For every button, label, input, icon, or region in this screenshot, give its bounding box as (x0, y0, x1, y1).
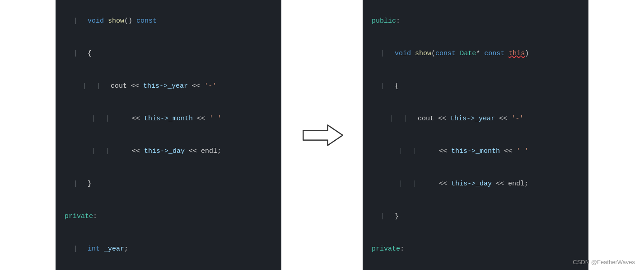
line-8: | | << this->_day << endl; (65, 146, 272, 157)
r-line-6: | void show(const Date* const this) (372, 48, 579, 59)
watermark: CSDN @FeatherWaves (573, 259, 635, 265)
r-line-11: | } (372, 211, 579, 222)
r-line-12: private: (372, 244, 579, 255)
left-code-block: class Date { public: | void show() const… (56, 0, 281, 270)
line-11: | int _year; (65, 244, 272, 255)
arrow-icon (299, 122, 345, 149)
line-5: | { (65, 48, 272, 59)
r-line-5: public: (372, 16, 579, 27)
line-9: | } (65, 179, 272, 189)
r-line-7: | { (372, 81, 579, 92)
right-code-block: #include <iostream> using namespace std;… (363, 0, 588, 270)
svg-marker-0 (303, 125, 343, 145)
line-4: | void show() const (65, 16, 272, 27)
line-7: | | << this->_month << ' ' (65, 114, 272, 124)
r-line-9: | | << this->_month << ' ' (372, 146, 579, 157)
line-10: private: (65, 211, 272, 222)
line-6: | | cout << this->_year << '-' (65, 81, 272, 92)
r-line-10: | | << this->_day << endl; (372, 179, 579, 189)
main-container: class Date { public: | void show() const… (0, 0, 644, 270)
r-line-8: | | cout << this->_year << '-' (372, 114, 579, 124)
arrow-container (299, 122, 345, 149)
